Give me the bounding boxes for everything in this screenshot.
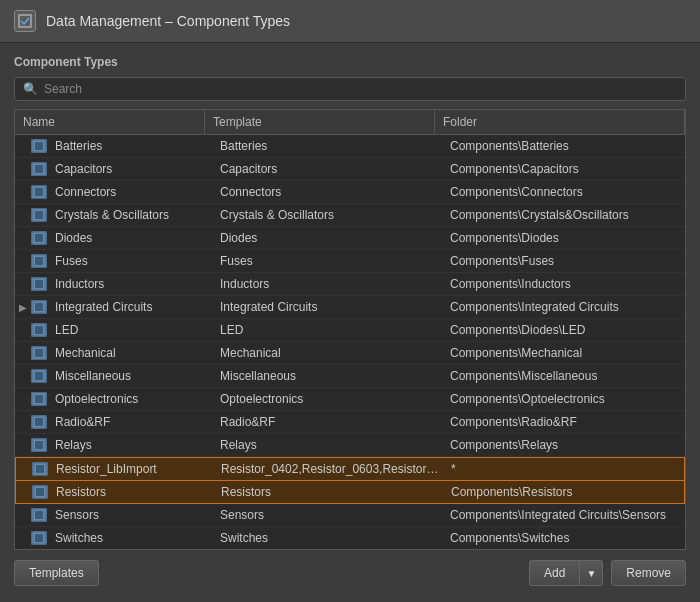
cell-template: Resistor_0402,Resistor_0603,Resistor_080… [217, 460, 447, 478]
row-icon [31, 346, 47, 360]
table-row[interactable]: Radio&RFRadio&RFComponents\Radio&RF [15, 411, 685, 434]
cell-folder: Components\Relays [446, 436, 685, 454]
row-icon [31, 508, 47, 522]
cell-folder: Components\Radio&RF [446, 413, 685, 431]
cell-name: Fuses [51, 252, 216, 270]
templates-button[interactable]: Templates [14, 560, 99, 586]
row-icon [32, 462, 48, 476]
cell-name: Optoelectronics [51, 390, 216, 408]
search-input[interactable] [44, 82, 677, 96]
row-icon [31, 531, 47, 545]
table-row[interactable]: CapacitorsCapacitorsComponents\Capacitor… [15, 158, 685, 181]
cell-template: Batteries [216, 137, 446, 155]
table-row[interactable]: MechanicalMechanicalComponents\Mechanica… [15, 342, 685, 365]
cell-folder: Components\Switches [446, 529, 685, 547]
row-icon [31, 254, 47, 268]
cell-name: Relays [51, 436, 216, 454]
row-icon [31, 277, 47, 291]
table-row[interactable]: MiscellaneousMiscellaneousComponents\Mis… [15, 365, 685, 388]
cell-name: Inductors [51, 275, 216, 293]
window-title: Data Management – Component Types [46, 13, 290, 29]
table-row[interactable]: SensorsSensorsComponents\Integrated Circ… [15, 504, 685, 527]
svg-rect-0 [19, 15, 31, 27]
table-header: Name Template Folder [15, 110, 685, 135]
table-body[interactable]: BatteriesBatteriesComponents\BatteriesCa… [15, 135, 685, 549]
row-icon [31, 300, 47, 314]
cell-template: Capacitors [216, 160, 446, 178]
table-row[interactable]: Resistor_LibImportResistor_0402,Resistor… [15, 457, 685, 481]
row-icon [32, 485, 48, 499]
title-bar: Data Management – Component Types [0, 0, 700, 43]
cell-template: Radio&RF [216, 413, 446, 431]
add-button-group: Add ▼ [529, 560, 603, 586]
cell-name: Resistors [52, 483, 217, 501]
cell-folder: Components\Mechanical [446, 344, 685, 362]
table-row[interactable]: FusesFusesComponents\Fuses [15, 250, 685, 273]
row-icon [31, 438, 47, 452]
cell-folder: Components\Connectors [446, 183, 685, 201]
row-icon [31, 231, 47, 245]
cell-template: Relays [216, 436, 446, 454]
remove-button[interactable]: Remove [611, 560, 686, 586]
table-row[interactable]: LEDLEDComponents\Diodes\LED [15, 319, 685, 342]
cell-template: Optoelectronics [216, 390, 446, 408]
cell-name: Switches [51, 529, 216, 547]
cell-name: Miscellaneous [51, 367, 216, 385]
cell-name: Resistor_LibImport [52, 460, 217, 478]
column-header-folder: Folder [435, 110, 685, 134]
cell-template: LED [216, 321, 446, 339]
row-expander[interactable]: ▶ [15, 302, 31, 313]
cell-folder: Components\Diodes [446, 229, 685, 247]
table-row[interactable]: DiodesDiodesComponents\Diodes [15, 227, 685, 250]
cell-folder: Components\Diodes\LED [446, 321, 685, 339]
table-row[interactable]: ResistorsResistorsComponents\Resistors [15, 481, 685, 504]
cell-folder: Components\Optoelectronics [446, 390, 685, 408]
action-buttons: Add ▼ Remove [529, 560, 686, 586]
table-row[interactable]: ConnectorsConnectorsComponents\Connector… [15, 181, 685, 204]
row-icon [31, 323, 47, 337]
table-row[interactable]: ▶Integrated CircuitsIntegrated CircuitsC… [15, 296, 685, 319]
row-icon [31, 208, 47, 222]
table-row[interactable]: SwitchesSwitchesComponents\Switches [15, 527, 685, 549]
cell-name: Diodes [51, 229, 216, 247]
table-row[interactable]: InductorsInductorsComponents\Inductors [15, 273, 685, 296]
search-icon: 🔍 [23, 82, 38, 96]
row-icon [31, 415, 47, 429]
cell-template: Connectors [216, 183, 446, 201]
row-icon [31, 185, 47, 199]
cell-folder: Components\Capacitors [446, 160, 685, 178]
cell-name: Batteries [51, 137, 216, 155]
cell-template: Switches [216, 529, 446, 547]
cell-name: Connectors [51, 183, 216, 201]
cell-name: Crystals & Oscillators [51, 206, 216, 224]
cell-name: Radio&RF [51, 413, 216, 431]
section-label: Component Types [14, 55, 686, 69]
table-row[interactable]: OptoelectronicsOptoelectronicsComponents… [15, 388, 685, 411]
add-button[interactable]: Add [529, 560, 579, 586]
search-bar[interactable]: 🔍 [14, 77, 686, 101]
cell-folder: Components\Fuses [446, 252, 685, 270]
row-icon [31, 139, 47, 153]
cell-name: Sensors [51, 506, 216, 524]
component-types-table: Name Template Folder BatteriesBatteriesC… [14, 109, 686, 550]
cell-template: Integrated Circuits [216, 298, 446, 316]
app-icon [14, 10, 36, 32]
row-icon [31, 392, 47, 406]
add-dropdown-button[interactable]: ▼ [579, 560, 603, 586]
bottom-bar: Templates Add ▼ Remove [14, 550, 686, 586]
cell-template: Fuses [216, 252, 446, 270]
table-row[interactable]: Crystals & OscillatorsCrystals & Oscilla… [15, 204, 685, 227]
cell-folder: Components\Integrated Circuits [446, 298, 685, 316]
column-header-name: Name [15, 110, 205, 134]
cell-name: Mechanical [51, 344, 216, 362]
cell-folder: Components\Miscellaneous [446, 367, 685, 385]
cell-template: Inductors [216, 275, 446, 293]
column-header-template: Template [205, 110, 435, 134]
cell-template: Sensors [216, 506, 446, 524]
row-icon [31, 369, 47, 383]
table-row[interactable]: BatteriesBatteriesComponents\Batteries [15, 135, 685, 158]
cell-folder: Components\Crystals&Oscillators [446, 206, 685, 224]
cell-name: Integrated Circuits [51, 298, 216, 316]
table-row[interactable]: RelaysRelaysComponents\Relays [15, 434, 685, 457]
cell-folder: Components\Resistors [447, 483, 684, 501]
